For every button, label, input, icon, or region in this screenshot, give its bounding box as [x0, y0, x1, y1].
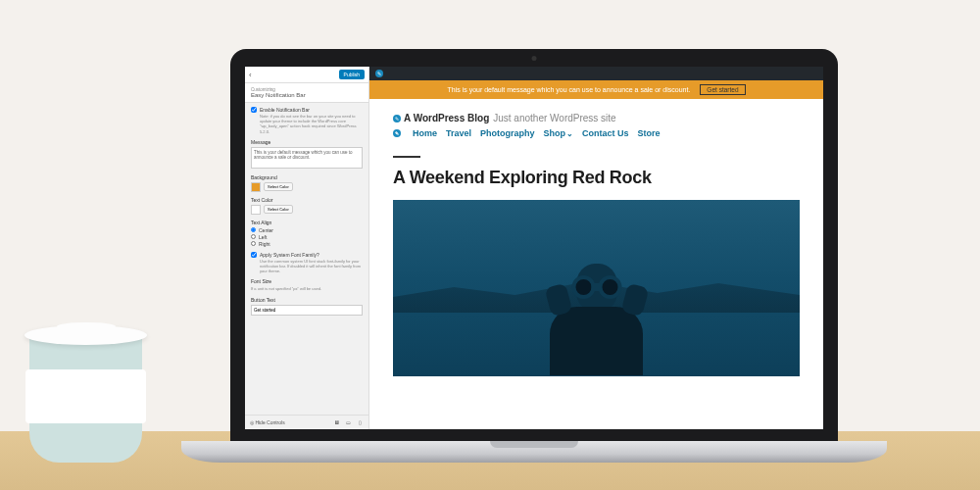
- notification-bar: This is your default message which you c…: [369, 80, 823, 99]
- camera-icon: [532, 56, 537, 61]
- laptop: ‹ Publish Customizing Easy Notification …: [230, 49, 838, 463]
- textalign-label: Text Align: [251, 220, 363, 225]
- enable-label: Enable Notification Bar: [260, 107, 310, 113]
- menu-photography[interactable]: Photography: [480, 128, 535, 138]
- wordpress-icon[interactable]: ✎: [375, 70, 383, 77]
- title-divider: [393, 156, 420, 158]
- primary-menu: ✎ Home Travel Photography Shop Contact U…: [393, 128, 800, 138]
- coffee-cup: [24, 325, 147, 463]
- fontsize-label: Font Size: [251, 278, 363, 284]
- customizer-header: ‹ Publish: [245, 67, 368, 83]
- background-label: Background: [251, 174, 363, 180]
- admin-bar: ✎: [369, 67, 823, 80]
- systemfont-desc: Use the common system UI font stack font…: [260, 259, 363, 274]
- background-color-button[interactable]: Select Color: [264, 182, 293, 191]
- align-right-radio[interactable]: Right: [251, 241, 363, 247]
- screen: ‹ Publish Customizing Easy Notification …: [245, 67, 823, 429]
- breadcrumb: Customizing Easy Notification Bar: [245, 83, 368, 103]
- breadcrumb-title: Easy Notification Bar: [251, 92, 363, 98]
- back-icon[interactable]: ‹: [249, 71, 252, 79]
- align-left-radio[interactable]: Left: [251, 234, 363, 240]
- background-swatch[interactable]: [251, 182, 261, 192]
- site-title[interactable]: A WordPress Blog: [404, 113, 489, 123]
- laptop-base: [181, 441, 887, 463]
- site-title-row: ✎ A WordPress Blog Just another WordPres…: [393, 113, 800, 123]
- message-textarea[interactable]: This is your default message which you c…: [251, 147, 363, 169]
- customizer-footer: ◎ Hide Controls 🖥 ▭ ▯: [245, 415, 368, 429]
- notification-message: This is your default message which you c…: [447, 86, 690, 93]
- menu-store[interactable]: Store: [638, 128, 661, 138]
- menu-contact[interactable]: Contact Us: [582, 128, 629, 138]
- device-mobile-icon[interactable]: ▯: [356, 418, 364, 426]
- device-desktop-icon[interactable]: 🖥: [332, 418, 340, 426]
- systemfont-checkbox[interactable]: Apply System Font Family?: [251, 252, 363, 258]
- menu-shop[interactable]: Shop: [544, 128, 574, 138]
- hide-controls-button[interactable]: ◎ Hide Controls: [250, 419, 285, 425]
- textcolor-color-button[interactable]: Select Color: [264, 205, 293, 214]
- site-preview: ✎ This is your default message which you…: [369, 67, 823, 429]
- fontsize-desc: If a unit is not specified "px" will be …: [251, 286, 363, 291]
- systemfont-label: Apply System Font Family?: [260, 252, 319, 258]
- edit-shortcut-icon[interactable]: ✎: [393, 129, 401, 137]
- textcolor-label: Text Color: [251, 197, 363, 203]
- message-label: Message: [251, 139, 363, 145]
- buttontext-label: Button Text: [251, 297, 363, 303]
- notification-button[interactable]: Get started: [700, 84, 745, 95]
- buttontext-input[interactable]: [251, 305, 363, 316]
- align-center-radio[interactable]: Center: [251, 227, 363, 233]
- enable-checkbox[interactable]: Enable Notification Bar: [251, 107, 363, 113]
- customizer-panel: ‹ Publish Customizing Easy Notification …: [245, 67, 369, 429]
- post-title: A Weekend Exploring Red Rock: [393, 168, 800, 188]
- edit-shortcut-icon[interactable]: ✎: [393, 115, 401, 122]
- textcolor-swatch[interactable]: [251, 205, 261, 215]
- site-tagline: Just another WordPress site: [493, 113, 615, 123]
- featured-image: [393, 200, 800, 376]
- publish-button[interactable]: Publish: [339, 70, 365, 79]
- menu-travel[interactable]: Travel: [446, 128, 471, 138]
- device-tablet-icon[interactable]: ▭: [344, 418, 352, 426]
- enable-desc: Note: if you do not see the bar on your …: [260, 114, 363, 134]
- menu-home[interactable]: Home: [413, 128, 437, 138]
